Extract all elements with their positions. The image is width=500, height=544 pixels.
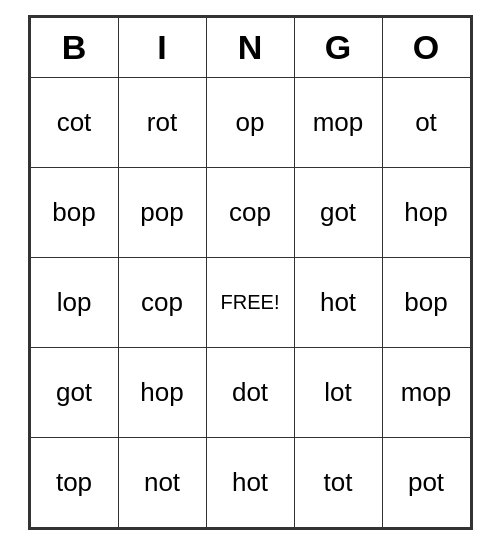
table-row: lopcopFREE!hotbop [30, 257, 470, 347]
table-row: boppopcopgothop [30, 167, 470, 257]
table-cell: hop [118, 347, 206, 437]
table-row: topnothottotpot [30, 437, 470, 527]
table-cell: pot [382, 437, 470, 527]
table-cell: cot [30, 77, 118, 167]
bingo-card: BINGO cotrotopmopotboppopcopgothoplopcop… [28, 15, 473, 530]
table-cell: not [118, 437, 206, 527]
table-cell: pop [118, 167, 206, 257]
table-cell: hop [382, 167, 470, 257]
table-cell: bop [382, 257, 470, 347]
table-cell: cop [118, 257, 206, 347]
table-row: cotrotopmopot [30, 77, 470, 167]
header-row: BINGO [30, 17, 470, 77]
header-cell: O [382, 17, 470, 77]
table-cell: lop [30, 257, 118, 347]
header-cell: I [118, 17, 206, 77]
table-cell: dot [206, 347, 294, 437]
table-cell: FREE! [206, 257, 294, 347]
header-cell: G [294, 17, 382, 77]
table-cell: tot [294, 437, 382, 527]
table-cell: bop [30, 167, 118, 257]
table-cell: op [206, 77, 294, 167]
header-cell: B [30, 17, 118, 77]
table-cell: mop [382, 347, 470, 437]
table-cell: mop [294, 77, 382, 167]
table-cell: got [30, 347, 118, 437]
table-cell: ot [382, 77, 470, 167]
table-cell: hot [294, 257, 382, 347]
table-cell: top [30, 437, 118, 527]
table-cell: got [294, 167, 382, 257]
header-cell: N [206, 17, 294, 77]
bingo-table: BINGO cotrotopmopotboppopcopgothoplopcop… [30, 17, 471, 528]
table-cell: lot [294, 347, 382, 437]
table-cell: hot [206, 437, 294, 527]
table-row: gothopdotlotmop [30, 347, 470, 437]
table-cell: rot [118, 77, 206, 167]
table-cell: cop [206, 167, 294, 257]
